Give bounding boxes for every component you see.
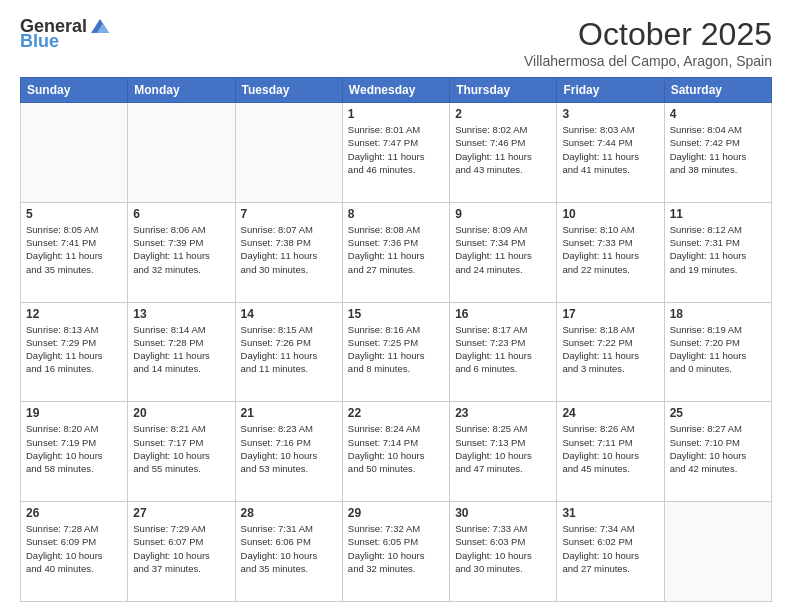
table-row: 7Sunrise: 8:07 AMSunset: 7:38 PMDaylight…: [235, 202, 342, 302]
location-title: Villahermosa del Campo, Aragon, Spain: [524, 53, 772, 69]
table-row: 29Sunrise: 7:32 AMSunset: 6:05 PMDayligh…: [342, 502, 449, 602]
day-number: 16: [455, 307, 551, 321]
table-row: 10Sunrise: 8:10 AMSunset: 7:33 PMDayligh…: [557, 202, 664, 302]
day-info: Sunrise: 8:03 AMSunset: 7:44 PMDaylight:…: [562, 123, 658, 176]
table-row: [235, 103, 342, 203]
day-number: 14: [241, 307, 337, 321]
table-row: 9Sunrise: 8:09 AMSunset: 7:34 PMDaylight…: [450, 202, 557, 302]
day-info: Sunrise: 8:27 AMSunset: 7:10 PMDaylight:…: [670, 422, 766, 475]
day-info: Sunrise: 8:10 AMSunset: 7:33 PMDaylight:…: [562, 223, 658, 276]
day-info: Sunrise: 8:16 AMSunset: 7:25 PMDaylight:…: [348, 323, 444, 376]
table-row: 23Sunrise: 8:25 AMSunset: 7:13 PMDayligh…: [450, 402, 557, 502]
day-info: Sunrise: 8:26 AMSunset: 7:11 PMDaylight:…: [562, 422, 658, 475]
table-row: 26Sunrise: 7:28 AMSunset: 6:09 PMDayligh…: [21, 502, 128, 602]
day-number: 13: [133, 307, 229, 321]
col-thursday: Thursday: [450, 78, 557, 103]
day-info: Sunrise: 8:13 AMSunset: 7:29 PMDaylight:…: [26, 323, 122, 376]
col-friday: Friday: [557, 78, 664, 103]
day-number: 18: [670, 307, 766, 321]
day-info: Sunrise: 8:02 AMSunset: 7:46 PMDaylight:…: [455, 123, 551, 176]
table-row: 16Sunrise: 8:17 AMSunset: 7:23 PMDayligh…: [450, 302, 557, 402]
title-section: October 2025 Villahermosa del Campo, Ara…: [524, 16, 772, 69]
day-number: 3: [562, 107, 658, 121]
table-row: 13Sunrise: 8:14 AMSunset: 7:28 PMDayligh…: [128, 302, 235, 402]
table-row: 27Sunrise: 7:29 AMSunset: 6:07 PMDayligh…: [128, 502, 235, 602]
day-info: Sunrise: 7:33 AMSunset: 6:03 PMDaylight:…: [455, 522, 551, 575]
col-saturday: Saturday: [664, 78, 771, 103]
calendar-week-row: 12Sunrise: 8:13 AMSunset: 7:29 PMDayligh…: [21, 302, 772, 402]
day-number: 1: [348, 107, 444, 121]
calendar-week-row: 1Sunrise: 8:01 AMSunset: 7:47 PMDaylight…: [21, 103, 772, 203]
day-number: 9: [455, 207, 551, 221]
day-number: 6: [133, 207, 229, 221]
day-info: Sunrise: 8:25 AMSunset: 7:13 PMDaylight:…: [455, 422, 551, 475]
calendar-table: Sunday Monday Tuesday Wednesday Thursday…: [20, 77, 772, 602]
day-number: 31: [562, 506, 658, 520]
day-info: Sunrise: 8:14 AMSunset: 7:28 PMDaylight:…: [133, 323, 229, 376]
day-number: 21: [241, 406, 337, 420]
day-number: 5: [26, 207, 122, 221]
table-row: 11Sunrise: 8:12 AMSunset: 7:31 PMDayligh…: [664, 202, 771, 302]
table-row: 24Sunrise: 8:26 AMSunset: 7:11 PMDayligh…: [557, 402, 664, 502]
table-row: 4Sunrise: 8:04 AMSunset: 7:42 PMDaylight…: [664, 103, 771, 203]
day-info: Sunrise: 8:24 AMSunset: 7:14 PMDaylight:…: [348, 422, 444, 475]
table-row: 8Sunrise: 8:08 AMSunset: 7:36 PMDaylight…: [342, 202, 449, 302]
day-info: Sunrise: 8:12 AMSunset: 7:31 PMDaylight:…: [670, 223, 766, 276]
col-wednesday: Wednesday: [342, 78, 449, 103]
day-info: Sunrise: 8:07 AMSunset: 7:38 PMDaylight:…: [241, 223, 337, 276]
logo-icon: [89, 17, 111, 35]
day-info: Sunrise: 8:23 AMSunset: 7:16 PMDaylight:…: [241, 422, 337, 475]
table-row: 1Sunrise: 8:01 AMSunset: 7:47 PMDaylight…: [342, 103, 449, 203]
col-tuesday: Tuesday: [235, 78, 342, 103]
table-row: [21, 103, 128, 203]
calendar-week-row: 5Sunrise: 8:05 AMSunset: 7:41 PMDaylight…: [21, 202, 772, 302]
table-row: 25Sunrise: 8:27 AMSunset: 7:10 PMDayligh…: [664, 402, 771, 502]
day-number: 26: [26, 506, 122, 520]
day-number: 20: [133, 406, 229, 420]
table-row: 19Sunrise: 8:20 AMSunset: 7:19 PMDayligh…: [21, 402, 128, 502]
day-number: 11: [670, 207, 766, 221]
day-number: 15: [348, 307, 444, 321]
day-number: 2: [455, 107, 551, 121]
page: General Blue October 2025 Villahermosa d…: [0, 0, 792, 612]
day-number: 27: [133, 506, 229, 520]
day-number: 25: [670, 406, 766, 420]
logo: General Blue: [20, 16, 111, 52]
day-number: 12: [26, 307, 122, 321]
logo-blue: Blue: [20, 31, 59, 52]
day-number: 30: [455, 506, 551, 520]
table-row: 5Sunrise: 8:05 AMSunset: 7:41 PMDaylight…: [21, 202, 128, 302]
day-info: Sunrise: 8:01 AMSunset: 7:47 PMDaylight:…: [348, 123, 444, 176]
day-number: 22: [348, 406, 444, 420]
day-number: 28: [241, 506, 337, 520]
table-row: 30Sunrise: 7:33 AMSunset: 6:03 PMDayligh…: [450, 502, 557, 602]
calendar-week-row: 19Sunrise: 8:20 AMSunset: 7:19 PMDayligh…: [21, 402, 772, 502]
day-info: Sunrise: 7:32 AMSunset: 6:05 PMDaylight:…: [348, 522, 444, 575]
day-number: 4: [670, 107, 766, 121]
col-sunday: Sunday: [21, 78, 128, 103]
table-row: 14Sunrise: 8:15 AMSunset: 7:26 PMDayligh…: [235, 302, 342, 402]
day-info: Sunrise: 8:21 AMSunset: 7:17 PMDaylight:…: [133, 422, 229, 475]
day-info: Sunrise: 7:29 AMSunset: 6:07 PMDaylight:…: [133, 522, 229, 575]
day-info: Sunrise: 7:31 AMSunset: 6:06 PMDaylight:…: [241, 522, 337, 575]
day-info: Sunrise: 8:19 AMSunset: 7:20 PMDaylight:…: [670, 323, 766, 376]
calendar-header-row: Sunday Monday Tuesday Wednesday Thursday…: [21, 78, 772, 103]
table-row: 20Sunrise: 8:21 AMSunset: 7:17 PMDayligh…: [128, 402, 235, 502]
table-row: 2Sunrise: 8:02 AMSunset: 7:46 PMDaylight…: [450, 103, 557, 203]
table-row: 15Sunrise: 8:16 AMSunset: 7:25 PMDayligh…: [342, 302, 449, 402]
table-row: 3Sunrise: 8:03 AMSunset: 7:44 PMDaylight…: [557, 103, 664, 203]
day-info: Sunrise: 8:08 AMSunset: 7:36 PMDaylight:…: [348, 223, 444, 276]
col-monday: Monday: [128, 78, 235, 103]
day-number: 23: [455, 406, 551, 420]
table-row: [664, 502, 771, 602]
month-title: October 2025: [524, 16, 772, 53]
table-row: 17Sunrise: 8:18 AMSunset: 7:22 PMDayligh…: [557, 302, 664, 402]
day-info: Sunrise: 7:28 AMSunset: 6:09 PMDaylight:…: [26, 522, 122, 575]
day-number: 8: [348, 207, 444, 221]
day-info: Sunrise: 8:17 AMSunset: 7:23 PMDaylight:…: [455, 323, 551, 376]
day-info: Sunrise: 8:04 AMSunset: 7:42 PMDaylight:…: [670, 123, 766, 176]
day-number: 10: [562, 207, 658, 221]
table-row: 22Sunrise: 8:24 AMSunset: 7:14 PMDayligh…: [342, 402, 449, 502]
day-info: Sunrise: 8:09 AMSunset: 7:34 PMDaylight:…: [455, 223, 551, 276]
day-number: 7: [241, 207, 337, 221]
